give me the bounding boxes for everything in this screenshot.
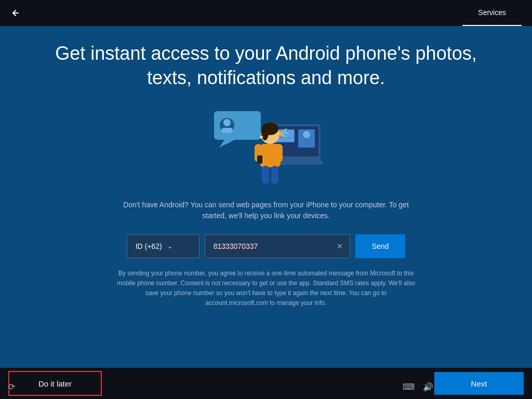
taskbar-system-icons: ⟳ <box>8 382 15 392</box>
clear-input-button[interactable]: ✕ <box>335 241 345 251</box>
taskbar-right-icons: ⌨ 🔊 <box>403 382 433 392</box>
do-it-later-button[interactable]: Do it later <box>8 371 102 396</box>
volume-icon[interactable]: 🔊 <box>423 382 433 392</box>
main-content: Get instant access to your Android phone… <box>0 26 532 368</box>
back-button[interactable] <box>10 8 21 18</box>
page-headline: Get instant access to your Android phone… <box>42 42 490 90</box>
svg-rect-18 <box>275 144 283 162</box>
phone-number-input[interactable] <box>205 234 350 258</box>
send-button[interactable]: Send <box>355 234 406 258</box>
svg-rect-19 <box>262 166 269 184</box>
illustration <box>209 106 323 189</box>
phone-input-row: ID (+62) ⌄ ✕ Send <box>127 234 406 258</box>
subtitle-text: Don't have Android? You can send web pag… <box>115 200 417 221</box>
svg-rect-21 <box>257 155 262 164</box>
svg-point-22 <box>260 136 263 139</box>
tab-services[interactable]: Services <box>462 0 522 26</box>
country-code-label: ID (+62) <box>136 242 162 250</box>
svg-rect-20 <box>271 166 278 184</box>
svg-point-11 <box>303 131 310 138</box>
country-code-select[interactable]: ID (+62) ⌄ <box>127 234 200 258</box>
keyboard-icon[interactable]: ⌨ <box>403 382 415 392</box>
refresh-icon[interactable]: ⟳ <box>8 382 15 392</box>
svg-point-3 <box>223 119 231 126</box>
next-button[interactable]: Next <box>434 372 524 395</box>
legal-text: By sending your phone number, you agree … <box>115 269 417 309</box>
svg-marker-1 <box>219 140 235 148</box>
svg-rect-4 <box>221 128 233 133</box>
phone-input-wrapper: ✕ <box>205 234 350 258</box>
header-tabs: Services <box>462 0 522 26</box>
chevron-down-icon: ⌄ <box>167 243 172 250</box>
header: Services <box>0 0 532 26</box>
footer: Do it later ⟳ ⌨ 🔊 Next <box>0 368 532 399</box>
